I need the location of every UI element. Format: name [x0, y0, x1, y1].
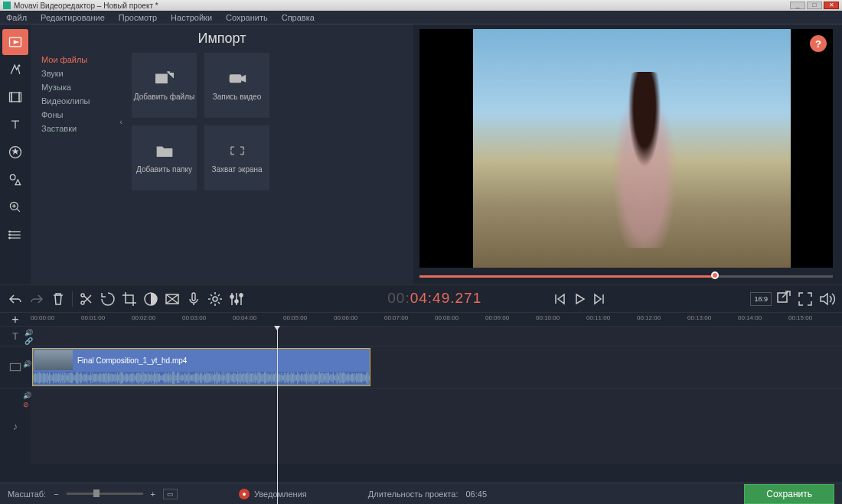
svg-point-14 — [170, 73, 171, 75]
import-title: Импорт — [31, 31, 413, 47]
add-track-button[interactable]: + — [0, 313, 31, 326]
menu-edit[interactable]: Редактирование — [41, 13, 105, 22]
zoom-label: Масштаб: — [8, 489, 46, 499]
more-tab[interactable] — [2, 222, 28, 248]
menu-view[interactable]: Просмотр — [119, 13, 157, 22]
add-files-tile[interactable]: Добавить файлы — [132, 53, 197, 118]
shapes-tab[interactable] — [2, 167, 28, 193]
color-button[interactable] — [142, 290, 160, 308]
undo-button[interactable] — [6, 290, 24, 308]
maximize-button[interactable]: □ — [807, 2, 822, 9]
cat-videoclips[interactable]: Видеоклипы — [41, 94, 115, 108]
timeline-ruler[interactable]: 00:00:0000:01:0000:02:0000:03:0000:04:00… — [31, 313, 842, 326]
ruler-tick: 00:10:00 — [536, 314, 560, 321]
ruler-tick: 00:03:00 — [182, 314, 206, 321]
screen-capture-icon — [227, 142, 247, 159]
fit-button[interactable]: ▭ — [163, 489, 178, 499]
svg-rect-26 — [10, 363, 20, 370]
prev-frame-button[interactable] — [550, 290, 569, 308]
zoom-slider[interactable] — [67, 493, 143, 495]
ruler-tick: 00:12:00 — [637, 314, 661, 321]
record-audio-button[interactable] — [184, 290, 203, 308]
svg-rect-15 — [230, 75, 241, 83]
detach-button[interactable] — [775, 290, 793, 308]
video-track[interactable]: 🔊 Final Composition_1_yt_hd.mp4 — [0, 346, 842, 388]
menu-file[interactable]: Файл — [6, 13, 27, 22]
audio-track[interactable]: ♪ 🔊 ⊘ — [0, 388, 842, 464]
add-folder-tile[interactable]: Добавить папку — [132, 125, 197, 190]
transition-button[interactable] — [163, 290, 181, 308]
svg-point-11 — [9, 234, 11, 236]
left-toolbar — [0, 24, 31, 285]
play-button[interactable] — [570, 290, 589, 308]
save-button[interactable]: Сохранить — [744, 484, 834, 504]
cat-music[interactable]: Музыка — [41, 80, 115, 94]
preview-frame[interactable] — [419, 29, 833, 268]
zoom-tab[interactable] — [2, 194, 28, 220]
aspect-ratio-button[interactable]: 16:9 — [750, 292, 772, 306]
svg-point-16 — [81, 294, 84, 297]
menubar: Файл Редактирование Просмотр Настройки С… — [0, 11, 842, 24]
equalizer-button[interactable] — [227, 290, 246, 308]
clip-properties-button[interactable] — [206, 290, 224, 308]
fullscreen-button[interactable] — [796, 290, 814, 308]
cat-sounds[interactable]: Звуки — [41, 67, 115, 80]
ruler-tick: 00:05:00 — [283, 314, 307, 321]
close-button[interactable]: ✕ — [824, 2, 839, 9]
minimize-button[interactable]: _ — [790, 2, 805, 9]
titles-tab[interactable] — [2, 112, 28, 138]
svg-point-17 — [81, 301, 84, 304]
svg-marker-8 — [15, 180, 21, 185]
zoom-in-button[interactable]: + — [151, 489, 155, 499]
svg-marker-1 — [14, 41, 18, 43]
svg-point-10 — [9, 231, 11, 232]
record-video-tile[interactable]: Запись видео — [204, 53, 269, 118]
split-button[interactable] — [77, 290, 96, 308]
cat-intros[interactable]: Заставки — [41, 122, 115, 135]
video-track-icon — [9, 363, 21, 372]
transitions-tab[interactable] — [2, 84, 28, 110]
crop-button[interactable] — [120, 290, 139, 308]
menu-help[interactable]: Справка — [282, 13, 315, 22]
zoom-out-button[interactable]: − — [54, 489, 58, 499]
svg-point-24 — [240, 294, 243, 297]
import-tab[interactable] — [2, 29, 28, 55]
svg-point-7 — [10, 174, 15, 180]
stickers-tab[interactable] — [2, 139, 28, 165]
clip-waveform — [33, 372, 370, 384]
camera-icon — [227, 70, 247, 86]
ruler-tick: 00:14:00 — [738, 314, 762, 321]
svg-point-22 — [230, 295, 233, 298]
notifications-button[interactable]: ● Уведомления — [239, 489, 307, 499]
ruler-tick: 00:01:00 — [81, 314, 105, 321]
next-frame-button[interactable] — [590, 290, 609, 308]
delete-button[interactable] — [49, 290, 67, 308]
redo-button[interactable] — [28, 290, 46, 308]
svg-point-21 — [213, 297, 217, 301]
rotate-button[interactable] — [99, 290, 117, 308]
timecode: 00:04:49.271 — [387, 290, 481, 307]
menu-settings[interactable]: Настройки — [171, 13, 212, 22]
ruler-tick: 00:00:00 — [31, 314, 54, 321]
svg-rect-4 — [11, 92, 12, 102]
video-clip[interactable]: Final Composition_1_yt_hd.mp4 — [32, 348, 370, 386]
svg-rect-5 — [18, 92, 20, 102]
preview-panel: ? — [413, 24, 842, 285]
cat-my-files[interactable]: Мои файлы — [41, 53, 115, 67]
scrubber[interactable] — [419, 274, 833, 280]
screen-capture-tile[interactable]: Захват экрана — [204, 125, 269, 190]
clip-name: Final Composition_1_yt_hd.mp4 — [77, 356, 187, 365]
titles-track[interactable]: T 🔊 🔗 — [0, 326, 842, 346]
svg-point-23 — [235, 300, 238, 303]
filters-tab[interactable] — [2, 57, 28, 83]
ruler-tick: 00:11:00 — [586, 314, 610, 321]
cat-backgrounds[interactable]: Фоны — [41, 108, 115, 122]
volume-button[interactable] — [818, 290, 836, 308]
svg-rect-20 — [192, 293, 195, 301]
collapse-panel-button[interactable]: ‹ — [115, 53, 127, 190]
scrub-handle[interactable] — [711, 272, 719, 279]
help-button[interactable]: ? — [810, 35, 827, 52]
app-icon — [3, 2, 11, 9]
statusbar: Масштаб: − + ▭ ● Уведомления Длительност… — [0, 483, 842, 504]
menu-save[interactable]: Сохранить — [226, 13, 268, 22]
